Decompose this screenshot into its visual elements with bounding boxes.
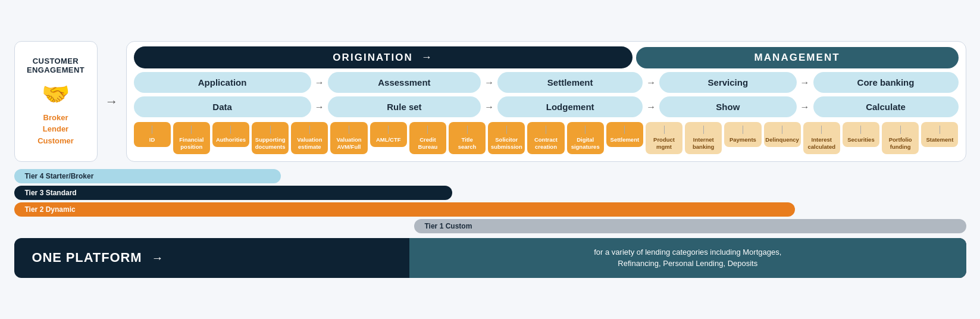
detail-card: Digital signatures <box>567 122 604 154</box>
bubble-lodgement: Lodgement <box>497 96 643 117</box>
customer-engagement-box: CUSTOMER ENGAGEMENT 🤝 Broker Lender Cust… <box>14 41 98 162</box>
bubble-assessment: Assessment <box>328 72 481 93</box>
management-pill: MANAGEMENT <box>636 47 959 68</box>
detail-card: Credit Bureau <box>409 122 446 154</box>
process-row-2: Data → Rule set → Lodgement → Show → Cal… <box>134 96 959 117</box>
arrow-4: → <box>800 77 810 88</box>
banner-description: for a variety of lending categories incl… <box>594 246 781 270</box>
detail-cards-row: IDFinancial positionAuthoritiesSupportin… <box>134 122 959 154</box>
bubble-data: Data <box>134 96 311 117</box>
detail-card: Valuation AVM/Full <box>330 122 367 154</box>
detail-card: Financial position <box>173 122 210 154</box>
origination-label: ORIGINATION <box>333 52 413 64</box>
bubble-show: Show <box>659 96 796 117</box>
one-platform-label: ONE PLATFORM <box>32 250 142 265</box>
tier2-bar: Tier 2 Dynamic <box>14 202 795 217</box>
bubble-servicing: Servicing <box>659 72 796 93</box>
tier3-bar: Tier 3 Standard <box>14 186 452 200</box>
tier1-bar: Tier 1 Custom <box>414 219 966 233</box>
banner-left: ONE PLATFORM → <box>14 242 410 274</box>
origination-pill: ORIGINATION → <box>134 46 633 68</box>
handshake-icon: 🤝 <box>42 81 70 107</box>
origination-arrow: → <box>421 51 433 64</box>
main-container: CUSTOMER ENGAGEMENT 🤝 Broker Lender Cust… <box>8 32 972 287</box>
detail-card: Delinquency <box>764 122 801 147</box>
arrow-5: → <box>315 102 324 112</box>
bubble-ruleset: Rule set <box>328 96 481 117</box>
arrow-8: → <box>800 102 810 112</box>
customer-title: CUSTOMER ENGAGEMENT <box>27 57 84 75</box>
arrow-6: → <box>484 102 494 112</box>
customer-roles: Broker Lender Customer <box>37 112 74 147</box>
arrow-7: → <box>646 102 656 112</box>
bubble-settlement: Settlement <box>497 72 643 93</box>
detail-card: Payments <box>724 122 761 147</box>
process-row-1: Application → Assessment → Settlement → … <box>134 72 959 93</box>
customer-to-diagram-arrow: → <box>104 41 120 162</box>
detail-card: Contract creation <box>527 122 564 154</box>
banner-arrow: → <box>151 251 164 265</box>
header-row: ORIGINATION → MANAGEMENT <box>134 46 959 68</box>
detail-card: Statement <box>921 122 958 147</box>
tiers-section: Tier 4 Starter/Broker Tier 3 Standard Ti… <box>14 169 966 233</box>
detail-card: Product mgmt <box>646 122 682 154</box>
tier4-bar: Tier 4 Starter/Broker <box>14 169 281 183</box>
detail-card: Authorities <box>212 122 249 147</box>
arrow-1: → <box>315 77 324 88</box>
detail-card: Internet banking <box>685 122 722 154</box>
detail-card: Interest calculated <box>803 122 840 154</box>
arrow-2: → <box>484 77 494 88</box>
detail-card: Title search <box>449 122 486 154</box>
bubble-corebanking: Core banking <box>813 72 959 93</box>
detail-card: Portfolio funding <box>882 122 919 154</box>
top-section: CUSTOMER ENGAGEMENT 🤝 Broker Lender Cust… <box>14 41 966 162</box>
bottom-banner: ONE PLATFORM → for a variety of lending … <box>14 238 966 278</box>
bubble-application: Application <box>134 72 311 93</box>
detail-card: Valuation estimate <box>291 122 328 154</box>
diagram-box: ORIGINATION → MANAGEMENT Application → A… <box>126 41 966 162</box>
detail-card: ID <box>134 122 171 147</box>
arrow-3: → <box>646 77 656 88</box>
detail-card: Securities <box>843 122 879 147</box>
management-label: MANAGEMENT <box>754 52 840 64</box>
detail-card: Settlement <box>606 122 643 147</box>
bubble-calculate: Calculate <box>813 96 959 117</box>
detail-card: AML/CTF <box>370 122 407 147</box>
banner-right: for a variety of lending categories incl… <box>409 238 966 278</box>
detail-card: Solicitor submission <box>488 122 525 154</box>
detail-card: Supporting documents <box>252 122 289 154</box>
